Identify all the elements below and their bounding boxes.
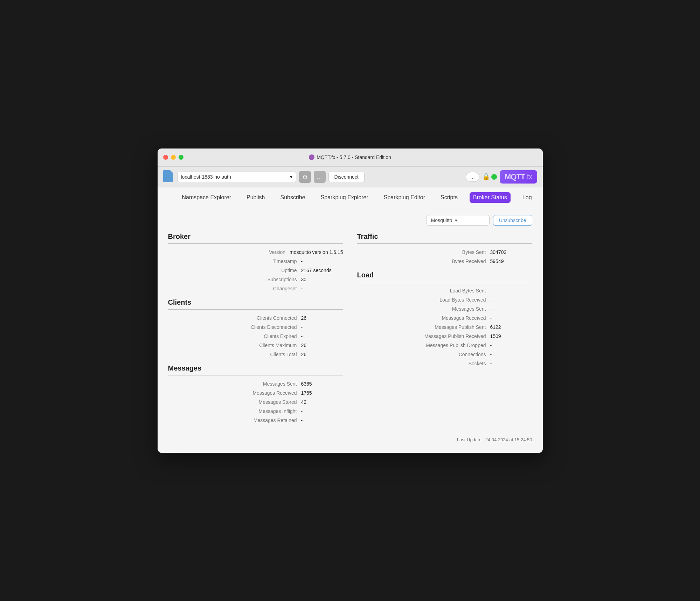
broker-timestamp-label: Timestamp [241,258,297,264]
tab-subscribe[interactable]: Subscribe [277,192,309,203]
chevron-down-icon: ▾ [290,174,292,180]
unsubscribe-button[interactable]: Unsubscribe [493,215,532,226]
broker-section: Broker Version mosquitto version 1.6.15 … [168,233,343,291]
broker-timestamp-row: Timestamp - [168,258,343,264]
bytes-received-value: 59549 [490,258,532,264]
clients-connected-row: Clients Connected 26 [168,315,343,321]
subscribe-bar: Mosquitto ▾ Unsubscribe [168,215,532,226]
broker-timestamp-value: - [301,258,343,264]
load-bytes-sent-row: Load Bytes Sent - [357,288,532,293]
settings-button[interactable]: ⚙ [299,171,311,183]
load-section: Load Load Bytes Sent - Load Bytes Receiv… [357,271,532,366]
msg-sent-value: 6365 [301,381,343,387]
extra-button[interactable]: ... [314,171,326,183]
msg-stored-value: 42 [301,399,343,405]
clients-connected-label: Clients Connected [241,315,297,321]
title-label: MQTT.fx - 5.7.0 - Standard Edition [317,154,391,160]
broker-subscriptions-row: Subscriptions 30 [168,277,343,282]
load-title: Load [357,271,532,279]
broker-uptime-value: 2167 seconds [301,268,343,273]
load-msg-publish-dropped-row: Messages Publish Dropped - [357,343,532,348]
load-msg-publish-sent-row: Messages Publish Sent 6122 [357,324,532,330]
maximize-button[interactable] [179,155,183,160]
main-content: Mosquitto ▾ Unsubscribe Broker Version m… [158,208,543,453]
broker-changeset-label: Changeset [241,286,297,291]
messages-section: Messages Messages Sent 6365 Messages Rec… [168,364,343,423]
messages-divider [168,375,343,375]
load-msg-publish-sent-value: 6122 [490,324,532,330]
load-msg-sent-label: Messages Sent [430,306,486,312]
topic-value: Mosquitto [431,217,452,223]
load-msg-publish-received-row: Messages Publish Received 1509 [357,333,532,339]
left-column: Broker Version mosquitto version 1.6.15 … [168,233,343,427]
load-msg-publish-received-label: Messages Publish Received [424,333,486,339]
tab-sparkplug-explorer[interactable]: Sparkplug Explorer [317,192,372,203]
tab-log[interactable]: Log [519,192,535,203]
msg-received-value: 1765 [301,390,343,396]
msg-inflight-label: Messages Inflight [241,408,297,414]
broker-version-value: mosquitto version 1.6.15 [290,249,343,255]
load-msg-sent-row: Messages Sent - [357,306,532,312]
window-title: MQTT.fx - 5.7.0 - Standard Edition [309,154,391,160]
clients-maximum-label: Clients Maximum [241,343,297,348]
msg-retained-row: Messages Retained - [168,417,343,423]
load-connections-label: Connections [430,352,486,357]
traffic-lights [163,155,183,160]
load-connections-row: Connections - [357,352,532,357]
load-msg-publish-received-value: 1509 [490,333,532,339]
clients-expired-value: - [301,333,343,339]
traffic-section: Traffic Bytes Sent 304702 Bytes Received… [357,233,532,264]
clients-total-label: Clients Total [241,352,297,357]
clients-title: Clients [168,298,343,306]
bytes-sent-value: 304702 [490,249,532,255]
two-column-layout: Broker Version mosquitto version 1.6.15 … [168,233,532,427]
tab-namespace-explorer[interactable]: Namspace Explorer [179,192,235,203]
lock-icon: 🔓 [482,173,490,181]
mqtt-text: MQTT [505,172,525,181]
clients-expired-label: Clients Expired [241,333,297,339]
msg-retained-label: Messages Retained [241,417,297,423]
topic-dropdown[interactable]: Mosquitto ▾ [427,215,490,226]
bytes-sent-row: Bytes Sent 304702 [357,249,532,255]
tab-sparkplug-editor[interactable]: Sparkplug Editor [380,192,429,203]
broker-changeset-row: Changeset - [168,286,343,291]
new-connection-button[interactable] [163,170,174,184]
clients-disconnected-row: Clients Disconnected - [168,324,343,330]
more-options-button[interactable]: ... [466,172,479,182]
bytes-received-row: Bytes Received 59549 [357,258,532,264]
more-dots-icon: ... [470,174,475,180]
msg-stored-label: Messages Stored [241,399,297,405]
lock-area: 🔓 [482,173,497,181]
load-sockets-value: - [490,361,532,366]
connection-dropdown[interactable]: localhost-1883-no-auth ▾ [177,172,296,182]
clients-divider [168,309,343,310]
load-divider [357,282,532,282]
tab-scripts[interactable]: Scripts [437,192,461,203]
broker-title: Broker [168,233,343,241]
broker-version-row: Version mosquitto version 1.6.15 [168,249,343,255]
clients-disconnected-label: Clients Disconnected [241,324,297,330]
minimize-button[interactable] [171,155,176,160]
last-update-value: 24.04.2024 at 15:24:50 [485,437,532,442]
gear-icon: ⚙ [302,173,308,181]
load-msg-received-row: Messages Received - [357,315,532,321]
load-bytes-received-row: Load Bytes Received - [357,297,532,303]
load-sockets-label: Sockets [430,361,486,366]
messages-title: Messages [168,364,343,372]
tab-publish[interactable]: Publish [243,192,268,203]
right-column: Traffic Bytes Sent 304702 Bytes Received… [357,233,532,427]
connection-value: localhost-1883-no-auth [181,174,231,180]
traffic-divider [357,243,532,244]
status-bar: Last Update 24.04.2024 at 15:24:50 [168,434,532,442]
clients-connected-value: 26 [301,315,343,321]
fx-text: .fx [525,172,532,181]
bytes-received-label: Bytes Received [430,258,486,264]
close-button[interactable] [163,155,168,160]
load-msg-publish-dropped-value: - [490,343,532,348]
disconnect-button[interactable]: Disconnect [328,172,365,182]
load-msg-publish-dropped-label: Messages Publish Dropped [426,343,486,348]
msg-inflight-value: - [301,408,343,414]
msg-inflight-row: Messages Inflight - [168,408,343,414]
broker-version-label: Version [229,249,285,255]
tab-broker-status[interactable]: Broker Status [470,192,511,203]
